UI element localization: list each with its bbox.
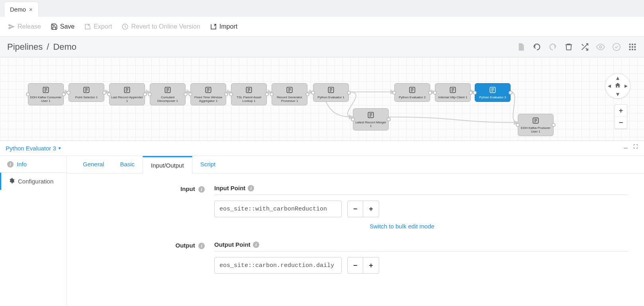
- canvas-nav-compass[interactable]: ▴ ◂ ▸ ▾: [605, 73, 630, 99]
- detail-title-dropdown[interactable]: Python Evaluator 3 ▼: [6, 145, 62, 152]
- nav-home-icon[interactable]: [615, 82, 621, 90]
- shuffle-icon[interactable]: [580, 43, 589, 51]
- pipeline-node[interactable]: Internal Http Client 1: [435, 83, 471, 102]
- node-type-icon: [489, 86, 497, 94]
- nav-up-icon[interactable]: ▴: [616, 74, 619, 82]
- node-output-port[interactable]: [552, 123, 556, 127]
- tab-script[interactable]: Script: [192, 156, 223, 173]
- side-tab-info[interactable]: i Info: [0, 156, 67, 173]
- node-input-port[interactable]: [311, 91, 315, 95]
- node-input-port[interactable]: [433, 91, 437, 95]
- pipeline-node[interactable]: Record Generator Processor 1: [272, 83, 307, 105]
- pipeline-node[interactable]: EDH Kafka Consumer User 1: [28, 83, 64, 105]
- import-icon: [210, 23, 217, 30]
- trash-icon[interactable]: [564, 43, 573, 51]
- pipeline-canvas[interactable]: EDH Kafka Consumer User 1 Point Selector…: [0, 57, 644, 141]
- info-icon[interactable]: i: [248, 185, 254, 191]
- info-icon[interactable]: i: [198, 243, 205, 249]
- tab-general[interactable]: General: [75, 156, 112, 173]
- import-button[interactable]: Import: [210, 23, 237, 30]
- node-output-port[interactable]: [469, 91, 473, 95]
- check-circle-icon[interactable]: [612, 43, 621, 51]
- node-label: Cumulant Decomposer 1: [152, 96, 184, 103]
- tab-label: Demo: [10, 6, 26, 13]
- node-input-port[interactable]: [188, 92, 192, 96]
- pipeline-node[interactable]: Python Evaluator 1: [313, 83, 349, 102]
- editor-tab-bar: Demo ×: [0, 0, 644, 17]
- node-output-port[interactable]: [224, 92, 228, 96]
- node-output-port[interactable]: [265, 92, 269, 96]
- node-input-port[interactable]: [26, 92, 30, 96]
- info-icon: i: [7, 161, 14, 168]
- node-output-port[interactable]: [62, 92, 66, 96]
- pipeline-node[interactable]: EDH Kafka Producer User 1: [518, 114, 554, 136]
- node-output-port[interactable]: [509, 91, 513, 95]
- close-icon[interactable]: ×: [29, 6, 33, 13]
- node-label: Python Evaluator 1: [315, 96, 347, 99]
- fullscreen-icon[interactable]: [633, 144, 638, 153]
- node-output-port[interactable]: [184, 92, 188, 96]
- info-icon[interactable]: i: [253, 242, 259, 248]
- pipeline-node[interactable]: Fixed Time Window Aggregator 1: [190, 83, 226, 105]
- pipeline-node[interactable]: Latest Record Merger 1: [353, 108, 389, 131]
- svg-rect-2: [629, 43, 631, 45]
- zoom-in-button[interactable]: +: [615, 105, 627, 117]
- breadcrumb-root[interactable]: Pipelines: [7, 42, 43, 52]
- redo-icon[interactable]: [548, 43, 557, 51]
- nav-down-icon[interactable]: ▾: [616, 90, 619, 98]
- side-tab-configuration[interactable]: Configuration: [0, 173, 67, 190]
- node-input-port[interactable]: [229, 92, 233, 96]
- add-input-button[interactable]: +: [363, 201, 379, 217]
- node-label: Fixed Time Window Aggregator 1: [192, 96, 224, 103]
- svg-rect-6: [632, 46, 633, 48]
- node-input-port[interactable]: [516, 123, 520, 127]
- pipeline-node[interactable]: Cumulant Decomposer 1: [150, 83, 186, 105]
- remove-output-button[interactable]: −: [347, 257, 363, 274]
- pipeline-node[interactable]: Python Evaluator 2: [394, 83, 430, 102]
- save-button[interactable]: Save: [51, 23, 74, 30]
- node-type-icon: [408, 86, 416, 94]
- grid-icon[interactable]: [628, 43, 637, 51]
- node-output-port[interactable]: [347, 91, 351, 95]
- editor-tab-demo[interactable]: Demo ×: [4, 2, 39, 17]
- node-input-port[interactable]: [270, 92, 274, 96]
- node-output-port[interactable]: [428, 91, 432, 95]
- node-output-port[interactable]: [387, 117, 391, 121]
- eye-icon[interactable]: [596, 43, 605, 51]
- zoom-out-button[interactable]: −: [615, 117, 627, 129]
- node-output-port[interactable]: [102, 91, 106, 95]
- remove-input-button[interactable]: −: [347, 201, 363, 217]
- node-input-port[interactable]: [392, 91, 396, 95]
- svg-rect-9: [632, 49, 633, 50]
- undo-icon[interactable]: [532, 43, 541, 51]
- pipeline-node[interactable]: Point Selector 1: [69, 83, 104, 102]
- node-input-port[interactable]: [148, 92, 152, 96]
- tab-basic[interactable]: Basic: [112, 156, 143, 173]
- minimize-icon[interactable]: −: [623, 144, 628, 153]
- add-output-button[interactable]: +: [363, 257, 379, 274]
- pipeline-node[interactable]: Last Record Appender 1: [109, 83, 145, 105]
- input-point-field[interactable]: [214, 201, 342, 217]
- bulk-edit-link[interactable]: Switch to bulk edit mode: [370, 223, 435, 230]
- output-point-field[interactable]: [214, 257, 342, 274]
- export-button[interactable]: Export: [84, 23, 112, 30]
- node-output-port[interactable]: [143, 92, 147, 96]
- node-input-port[interactable]: [67, 91, 70, 95]
- node-label: Python Evaluator 3: [477, 96, 509, 99]
- input-section: Input i Input Point i − +: [83, 185, 628, 230]
- node-type-icon: [286, 86, 294, 94]
- node-output-port[interactable]: [305, 92, 309, 96]
- info-icon[interactable]: i: [198, 186, 205, 193]
- tab-input-output[interactable]: Input/Output: [143, 156, 192, 173]
- pipeline-node[interactable]: Python Evaluator 3: [475, 83, 511, 102]
- revert-button[interactable]: Revert to Online Version: [121, 23, 200, 30]
- node-input-port[interactable]: [473, 91, 477, 95]
- node-input-port[interactable]: [107, 92, 111, 96]
- nav-left-icon[interactable]: ◂: [608, 82, 611, 90]
- divider: [214, 251, 628, 251]
- document-icon[interactable]: [517, 43, 525, 51]
- pipeline-node[interactable]: TSL Parent Asset Lookup 1: [231, 83, 267, 105]
- node-input-port[interactable]: [351, 117, 355, 121]
- nav-right-icon[interactable]: ▸: [624, 82, 628, 90]
- release-button[interactable]: Release: [8, 23, 41, 30]
